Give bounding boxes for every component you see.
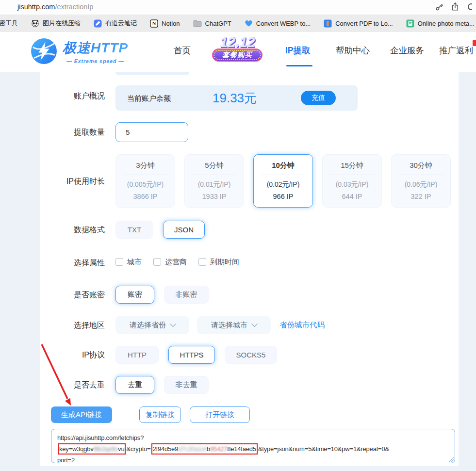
city-checkbox[interactable]	[115, 258, 123, 266]
chevron-down-icon	[251, 321, 258, 327]
key-redaction-box: key=w3qgbvf8k2qx9svu	[58, 443, 126, 455]
bookmark-notion[interactable]: N Notion	[150, 19, 180, 28]
account-overview-label: 账户概况	[40, 91, 105, 101]
balance-label: 当前账户余额	[127, 94, 171, 103]
attribute-city[interactable]: 城市	[115, 258, 142, 267]
duration-label: IP使用时长	[40, 177, 105, 187]
region-controls: 请选择省份 请选择城市 省份城市代码	[115, 316, 325, 334]
site-logo[interactable]: 极速HTTP — Extreme speed —	[30, 37, 128, 65]
bookmark-photo-meta[interactable]: Online photo meta...	[406, 19, 475, 28]
region-label: 选择地区	[40, 321, 105, 331]
bookmark-chatgpt-folder[interactable]: ChatGPT	[193, 20, 231, 27]
copy-link-button[interactable]: 复制链接	[139, 406, 181, 423]
api-url-line1: https://api.jisuhttp.com/fetchips?	[57, 432, 449, 443]
attribute-isp[interactable]: 运营商	[153, 258, 187, 267]
duration-option-5min[interactable]: 5分钟 (0.01元/IP) 1933 IP	[184, 154, 244, 208]
green-photo-icon	[406, 19, 414, 28]
format-option-txt[interactable]: TXT	[115, 221, 153, 239]
bookmark-youdao-note[interactable]: 有道云笔记	[94, 19, 137, 28]
panda-icon	[31, 19, 39, 28]
open-link-button[interactable]: 打开链接	[190, 406, 250, 423]
dedupe-option-no[interactable]: 非去重	[164, 376, 209, 394]
protocol-label: IP协议	[40, 350, 105, 360]
folder-icon	[193, 20, 202, 27]
password-key-icon[interactable]	[435, 2, 444, 12]
youdao-pencil-icon	[94, 19, 102, 28]
nav-notification-badge	[473, 40, 476, 46]
logo-name: 极速HTTP	[63, 39, 128, 57]
duration-options: 3分钟 (0.005元/IP) 3866 IP 5分钟 (0.01元/IP) 1…	[115, 154, 451, 208]
masked-crypto-2: 95427	[210, 445, 227, 453]
generate-api-link-button[interactable]: 生成API链接	[51, 406, 112, 423]
auth-option-credentials[interactable]: 账密	[115, 286, 154, 304]
duration-option-3min[interactable]: 3分钟 (0.005元/IP) 3866 IP	[115, 154, 175, 208]
nav-ip-extract[interactable]: IP提取	[285, 45, 311, 56]
city-select[interactable]: 请选择城市	[197, 316, 271, 334]
clipped-toolbar-icon[interactable]	[466, 2, 472, 12]
blue-heart-icon	[245, 19, 253, 27]
nav-help-center[interactable]: 帮助中心	[336, 45, 370, 56]
province-city-code-link[interactable]: 省份城市代码	[279, 320, 325, 330]
api-url-textarea[interactable]: https://api.jisuhttp.com/fetchips? key=w…	[51, 429, 455, 463]
format-label: 数据格式	[40, 225, 105, 235]
auth-option-no-credentials[interactable]: 非账密	[164, 286, 209, 304]
protocol-option-socks5[interactable]: SOCKS5	[225, 346, 277, 364]
url-host: jisuhttp.com	[17, 3, 55, 11]
screen: jisuhttp.com/extractionIp 加密工具 图片在线压缩 有道…	[0, 0, 476, 471]
masked-crypto: d7c30a1ef	[178, 445, 207, 453]
partial-input-above	[115, 72, 189, 75]
protocol-option-http[interactable]: HTTP	[115, 346, 159, 364]
nav-referral[interactable]: 推广返利	[439, 45, 473, 56]
site-header: 极速HTTP — Extreme speed — 首页 12.12 套餐购买 I…	[0, 32, 476, 72]
attribute-options: 城市 运营商 到期时间	[115, 257, 239, 267]
extraction-form-card: 账户概况 当前账户余额 19.33元 充值 提取数量 5 IP使用时长 3分钟 …	[40, 72, 459, 466]
url-text[interactable]: jisuhttp.com/extractionIp	[17, 3, 93, 11]
duration-option-15min[interactable]: 15分钟 (0.03元/IP) 644 IP	[322, 154, 382, 208]
format-options: TXT JSON	[115, 221, 205, 239]
format-option-json[interactable]: JSON	[163, 221, 205, 239]
lightning-logo-icon	[30, 37, 58, 65]
masked-key: f8k2qx9s	[94, 445, 118, 453]
recharge-button[interactable]: 充值	[301, 91, 336, 105]
dedupe-option-yes[interactable]: 去重	[115, 376, 154, 394]
notion-icon: N	[150, 19, 158, 28]
bookmark-convert-pdf[interactable]: Convert PDF to Lo...	[324, 19, 393, 28]
attribute-expiry[interactable]: 到期时间	[198, 258, 239, 267]
nav-home[interactable]: 首页	[174, 45, 191, 56]
promo-pill: 套餐购买	[212, 49, 263, 62]
api-url-line3: port=2	[57, 455, 449, 463]
duration-option-10min[interactable]: 10分钟 (0.02元/IP) 966 IP	[253, 154, 313, 208]
api-url-line2: key=w3qgbvf8k2qx9svu&crypto=2f94d5e9d7c3…	[57, 443, 449, 455]
crypto-redaction-box: 2f94d5e9d7c30a1efb954278e14faed5	[151, 443, 258, 455]
auth-label: 是否账密	[40, 290, 105, 300]
textarea-resize-handle[interactable]	[449, 457, 454, 462]
isp-checkbox[interactable]	[153, 258, 161, 266]
share-icon[interactable]	[451, 2, 460, 12]
province-select[interactable]: 请选择省份	[115, 316, 189, 334]
attributes-label: 选择属性	[40, 258, 105, 268]
chevron-down-icon	[170, 321, 176, 327]
dedupe-options: 去重 非去重	[115, 376, 209, 394]
bookmark-convert-webp[interactable]: Convert WEBP to...	[245, 19, 311, 27]
account-balance-box: 当前账户余额 19.33元 充值	[115, 85, 358, 111]
browser-url-bar[interactable]: jisuhttp.com/extractionIp	[0, 0, 476, 15]
protocol-options: HTTP HTTPS SOCKS5	[115, 346, 277, 364]
promo-banner-1212[interactable]: 12.12 套餐购买	[210, 35, 264, 67]
dedupe-label: 是否去重	[40, 380, 105, 390]
expiry-checkbox[interactable]	[198, 258, 206, 266]
balance-value: 19.33元	[213, 90, 257, 107]
quantity-input[interactable]: 5	[115, 122, 188, 142]
duration-option-30min[interactable]: 30分钟 (0.06元/IP) 322 IP	[391, 154, 451, 208]
nav-active-underline	[286, 65, 312, 66]
promo-buy-label: 套餐购买	[222, 50, 252, 60]
auth-options: 账密 非账密	[115, 286, 209, 304]
quantity-label: 提取数量	[40, 128, 105, 138]
svg-text:N: N	[152, 21, 156, 26]
logo-tagline: — Extreme speed —	[63, 58, 128, 64]
nav-enterprise[interactable]: 企业服务	[390, 45, 424, 56]
protocol-option-https[interactable]: HTTPS	[168, 346, 215, 364]
bookmarks-bar: 加密工具 图片在线压缩 有道云笔记 N Notion ChatGPT Conve…	[0, 15, 476, 32]
url-path: /extractionIp	[55, 3, 93, 11]
bookmark-image-compress[interactable]: 图片在线压缩	[31, 19, 81, 28]
bookmark-encrypt-tool[interactable]: 加密工具	[0, 19, 18, 28]
